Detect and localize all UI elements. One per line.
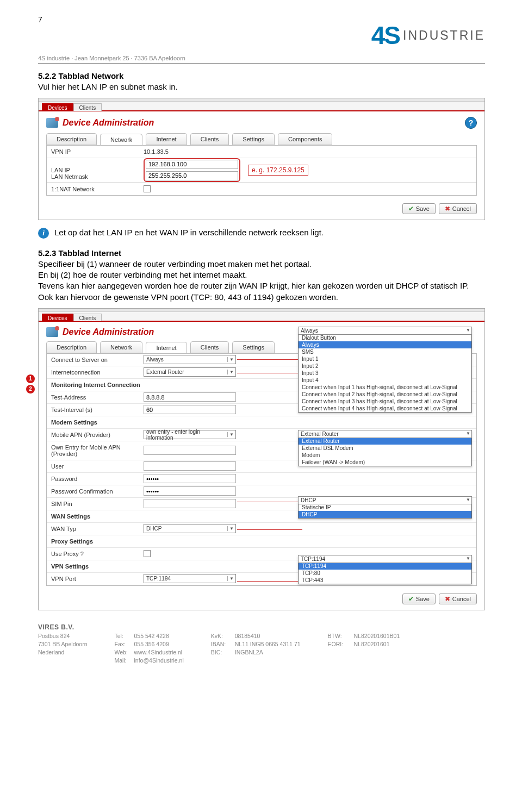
intro-5-2-2: Vul hier het LAN IP en subnet mask in. <box>38 82 485 92</box>
top-tab-clients[interactable]: Clients <box>73 103 102 111</box>
label-connect-to-server: Connect to Server on <box>47 354 144 366</box>
input-password-confirm[interactable] <box>144 486 236 496</box>
top-tab-devices[interactable]: Devices <box>42 103 73 111</box>
tab-description[interactable]: Description <box>46 133 97 145</box>
input-user[interactable] <box>144 461 236 471</box>
dd-item[interactable]: Dialout Button <box>299 334 471 341</box>
device-admin-title-2: Device Administration <box>63 327 154 337</box>
tab-internet-2[interactable]: Internet <box>146 342 187 354</box>
tab-internet[interactable]: Internet <box>146 133 187 145</box>
cancel-button-2[interactable]: ✖Cancel <box>439 594 477 604</box>
save-button[interactable]: ✔Save <box>402 203 436 214</box>
input-lan-ip[interactable] <box>146 160 238 169</box>
dd-item[interactable]: Input 2 <box>299 363 471 370</box>
label-password-confirm: Password Confirmation <box>47 485 144 497</box>
help-icon[interactable]: ? <box>465 117 477 129</box>
info-note-text: Let op dat het LAN IP en het WAN IP in v… <box>54 228 324 237</box>
tab-settings[interactable]: Settings <box>232 133 275 145</box>
combo-connect-to-server[interactable]: Always <box>144 355 236 364</box>
dropdown-head-iconn: External Router <box>298 430 472 438</box>
label-test-interval: Test-Interval (s) <box>47 404 144 416</box>
label-internetconnection: Internetconnection <box>47 366 144 378</box>
logo-brand: 4S <box>371 26 400 45</box>
tab-components[interactable]: Components <box>278 133 332 145</box>
heading-5-2-3: 5.2.3 Tabblad Internet <box>38 248 485 258</box>
tab-description-2[interactable]: Description <box>46 341 97 353</box>
section-modem: Modem Settings <box>47 416 476 429</box>
dd-item[interactable]: Connect when Input 1 has High-signal, di… <box>299 384 471 391</box>
screenshot-internet-tab: Devices Clients Device Administration De… <box>38 308 485 610</box>
top-tab-clients-2[interactable]: Clients <box>73 314 102 321</box>
tab-clients-2[interactable]: Clients <box>190 341 229 353</box>
dd-item[interactable]: Input 1 <box>299 355 471 363</box>
dropdown-vpn-port[interactable]: TCP:1194 TCP:1194 TCP:80 TCP:443 <box>298 555 472 584</box>
dd-item[interactable]: Statische IP <box>299 504 471 511</box>
save-button-2[interactable]: ✔Save <box>402 594 436 604</box>
annotation-bullet-2: 2 <box>26 385 35 393</box>
top-tab-devices-2[interactable]: Devices <box>42 314 73 321</box>
info-icon: i <box>38 228 49 239</box>
checkbox-use-proxy[interactable] <box>144 550 151 557</box>
label-mobile-apn: Mobile APN (Provider) <box>47 429 144 441</box>
tab-network-2[interactable]: Network <box>100 341 142 353</box>
combo-vpn-port[interactable]: TCP:1194 <box>144 574 236 583</box>
dd-item[interactable]: DHCP <box>299 511 471 518</box>
dropdown-connect-to-server[interactable]: Always Dialout Button Always SMS Input 1… <box>298 327 472 413</box>
dd-item[interactable]: Input 3 <box>299 370 471 377</box>
checkbox-11nat[interactable] <box>144 185 151 192</box>
footer-col-contact: Tel:055 542 4228 Fax:055 356 4209 Web:ww… <box>115 632 184 665</box>
dd-item[interactable]: SMS <box>299 348 471 355</box>
device-admin-title: Device Administration <box>63 118 154 128</box>
section-proxy: Proxy Settings <box>47 535 476 548</box>
dd-item[interactable]: Connect when Input 3 has High-signal, di… <box>299 398 471 405</box>
device-admin-icon <box>46 118 58 128</box>
input-password[interactable] <box>144 474 236 483</box>
label-lan-netmask: LAN Netmask <box>47 171 144 183</box>
dd-item[interactable]: Connect when Input 4 has High-signal, di… <box>299 405 471 412</box>
logo-4s-industrie: 4S INDUSTRIE <box>371 26 485 45</box>
save-label: Save <box>416 205 430 212</box>
tab-clients[interactable]: Clients <box>190 133 229 145</box>
input-lan-netmask[interactable] <box>146 171 238 180</box>
label-11nat: 1:1NAT Network <box>47 183 144 195</box>
tab-network[interactable]: Network <box>100 134 142 146</box>
footer-col-address: Postbus 824 7301 BB Apeldoorn Nederland <box>38 632 88 665</box>
input-test-interval[interactable] <box>144 405 236 414</box>
label-vpn-ip: VPN IP <box>47 146 144 158</box>
input-sim-pin[interactable] <box>144 499 236 508</box>
dd-item[interactable]: External DSL Modem <box>299 445 471 452</box>
cancel-button[interactable]: ✖Cancel <box>439 203 477 214</box>
dropdown-head-vpn: TCP:1194 <box>298 555 472 563</box>
dropdown-head-wan: DHCP <box>298 496 472 504</box>
dropdown-wan-typ[interactable]: DHCP Statische IP DHCP <box>298 496 472 519</box>
device-admin-icon-2 <box>46 327 58 337</box>
input-own-apn[interactable] <box>144 446 236 455</box>
label-own-apn: Own Entry for Mobile APN (Provider) <box>47 441 144 460</box>
save-label-2: Save <box>416 596 430 602</box>
page-footer: VIRES B.V. Postbus 824 7301 BB Apeldoorn… <box>38 623 485 665</box>
body-5-2-3: Specifieer bij (1) wanneer de router ver… <box>38 259 485 303</box>
label-sim-pin: SIM Pin <box>47 498 144 510</box>
value-vpn-ip: 10.1.33.5 <box>144 148 169 155</box>
dd-item[interactable]: TCP:443 <box>299 577 471 584</box>
dd-item[interactable]: Always <box>299 341 471 348</box>
input-test-address[interactable] <box>144 392 236 402</box>
dd-item[interactable]: Connect when Input 2 has High-signal, di… <box>299 391 471 398</box>
dropdown-internetconnection[interactable]: External Router External Router External… <box>298 430 472 466</box>
combo-mobile-apn[interactable]: own entry - enter login information <box>144 430 236 439</box>
hint-example-ip: e. g. 172.25.9.125 <box>248 165 308 176</box>
combo-internetconnection[interactable]: External Router <box>144 367 236 377</box>
dd-item[interactable]: Failover (WAN -> Modem) <box>299 459 471 466</box>
cancel-label: Cancel <box>452 205 471 212</box>
dd-item[interactable]: TCP:1194 <box>299 563 471 570</box>
tab-settings-2[interactable]: Settings <box>232 341 275 353</box>
combo-wan-typ[interactable]: DHCP <box>144 524 236 533</box>
dd-item[interactable]: Input 4 <box>299 377 471 384</box>
dd-item[interactable]: Modem <box>299 452 471 459</box>
header-divider <box>38 63 485 64</box>
dd-item[interactable]: TCP:80 <box>299 570 471 577</box>
label-wan-typ: WAN Typ <box>47 523 144 535</box>
dd-item[interactable]: External Router <box>299 438 471 445</box>
page-number: 7 <box>38 15 485 24</box>
dropdown-head-connect: Always <box>298 327 472 335</box>
